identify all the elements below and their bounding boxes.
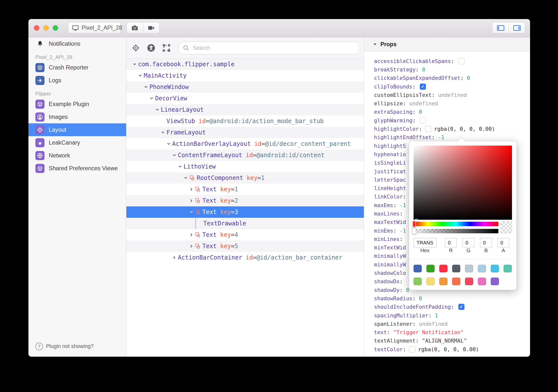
checkbox-checked[interactable]: ✓ <box>458 304 465 310</box>
prop-colon: : <box>416 66 422 73</box>
chevron-down-icon[interactable] <box>133 62 138 66</box>
sidebar-item-shared-preferences-viewe[interactable]: Shared Preferences Viewe <box>28 162 126 175</box>
blue-input[interactable] <box>480 238 492 247</box>
target-mode-button[interactable] <box>131 44 141 52</box>
node-attr-value: @android:id/content <box>256 152 325 159</box>
sidebar-item-example-plugin[interactable]: Example Plugin <box>28 98 126 110</box>
green-input[interactable] <box>463 238 474 247</box>
tree-row-lithoview[interactable]: LithoView <box>126 161 364 172</box>
sidebar-item-network[interactable]: Network <box>28 149 126 162</box>
sidebar-item-logs[interactable]: Logs <box>28 74 126 87</box>
sidebar-item-images[interactable]: Images <box>28 110 126 123</box>
tree-row-viewstub-@android:id/action_mode_bar_stub[interactable]: ViewStub id=@android:id/action_mode_bar_… <box>126 115 364 127</box>
chevron-down-icon[interactable] <box>167 142 172 146</box>
zoom-window-button[interactable] <box>53 25 58 31</box>
chevron-down-icon[interactable] <box>161 131 166 134</box>
preset-color-swatch[interactable] <box>426 278 435 285</box>
tree-row-text-3[interactable]: Text key=3 <box>126 206 364 218</box>
preset-color-swatch[interactable] <box>426 265 435 272</box>
chevron-right-icon[interactable] <box>172 256 178 260</box>
tree-row-text-2[interactable]: Text key=2 <box>126 195 364 206</box>
props-header[interactable]: Props <box>364 37 530 51</box>
prop-name: shouldIncludeFontPadding <box>374 304 451 310</box>
alpha-slider-handle[interactable] <box>412 228 416 234</box>
node-attr-value: 2 <box>234 197 238 204</box>
target-icon <box>35 125 45 134</box>
element-tree: com.facebook.flipper.sampleMainActivityP… <box>126 59 364 357</box>
tree-row-text-5[interactable]: Text key=5 <box>126 240 364 252</box>
tree-row-contentframelayout-@android:id/content[interactable]: ContentFrameLayout id=@android:id/conten… <box>126 150 364 161</box>
preset-color-swatch[interactable] <box>491 278 499 285</box>
tree-row-text-4[interactable]: Text key=4 <box>126 229 364 240</box>
device-selector-button[interactable]: Pixel_2_API_28 <box>68 22 121 33</box>
red-input[interactable] <box>445 238 457 247</box>
preset-color-swatch[interactable] <box>504 265 512 272</box>
tree-row-phonewindow[interactable]: PhoneWindow <box>126 81 364 93</box>
toggle-right-sidebar-button[interactable] <box>509 22 525 33</box>
minimize-window-button[interactable] <box>43 25 49 31</box>
preset-color-swatch[interactable] <box>414 265 422 272</box>
chevron-down-icon[interactable] <box>189 210 195 214</box>
preset-color-swatch[interactable] <box>491 265 499 272</box>
chevron-right-icon[interactable] <box>189 199 195 203</box>
preset-color-swatch[interactable] <box>478 265 486 272</box>
accessibility-mode-button[interactable] <box>146 44 156 52</box>
checkbox-checked[interactable]: ✓ <box>420 84 426 90</box>
tree-row-mainactivity[interactable]: MainActivity <box>126 70 364 81</box>
tree-row-actionbarcontainer-@id/action_bar_container[interactable]: ActionBarContainer id=@id/action_bar_con… <box>126 252 364 263</box>
prop-name: linkColor <box>374 194 403 200</box>
chevron-right-icon[interactable] <box>189 187 195 191</box>
sidebar-item-layout[interactable]: Layout <box>28 123 126 136</box>
chevron-right-icon[interactable] <box>189 244 195 248</box>
preset-color-swatch[interactable] <box>465 265 473 272</box>
sidebar-item-crash-reporter[interactable]: Crash Reporter <box>28 61 126 74</box>
alpha-slider[interactable] <box>414 229 498 233</box>
tree-row-textdrawable[interactable]: TextDrawable <box>126 218 364 229</box>
hue-slider-handle[interactable] <box>412 221 416 227</box>
plugin-help-link[interactable]: ? Plugin not showing? <box>35 343 93 350</box>
sidebar-item-notifications[interactable]: Notifications <box>28 37 126 50</box>
chevron-down-icon[interactable] <box>178 165 184 169</box>
checkbox-unchecked[interactable] <box>458 58 465 64</box>
select-element-button[interactable] <box>162 44 171 52</box>
toggle-left-sidebar-button[interactable] <box>492 22 509 33</box>
tree-row-actionbaroverlaylayout-@id/decor_content_parent[interactable]: ActionBarOverlayLayout id=@id/decor_cont… <box>126 138 364 150</box>
preset-color-swatch[interactable] <box>452 265 460 272</box>
chevron-down-icon[interactable] <box>172 153 178 157</box>
tree-row-rootcomponent-1[interactable]: RootComponent key=1 <box>126 172 364 184</box>
search-input[interactable] <box>192 44 356 51</box>
checkbox-unchecked[interactable] <box>420 117 426 124</box>
close-window-button[interactable] <box>34 25 39 31</box>
chevron-right-icon[interactable] <box>189 233 195 237</box>
tree-row-com.facebook.flipper.sample[interactable]: com.facebook.flipper.sample <box>126 59 364 70</box>
saturation-gradient[interactable] <box>414 146 512 220</box>
disclosure-triangle-icon <box>373 43 377 46</box>
chevron-down-icon[interactable] <box>184 176 189 180</box>
prop-name: maxTextWid <box>374 219 406 225</box>
chevron-down-icon[interactable] <box>155 108 161 112</box>
chevron-down-icon[interactable] <box>150 96 155 100</box>
preset-color-swatch[interactable] <box>452 278 460 285</box>
search-box[interactable] <box>178 42 360 54</box>
alpha-input[interactable] <box>497 238 509 247</box>
chevron-down-icon[interactable] <box>144 85 149 89</box>
preset-color-swatch[interactable] <box>439 278 447 285</box>
color-swatch-checkbox[interactable] <box>425 126 431 132</box>
node-name: TextDrawable <box>203 220 246 227</box>
screen-record-button[interactable] <box>143 22 160 33</box>
preset-color-swatch[interactable] <box>439 265 447 272</box>
preset-color-swatch[interactable] <box>465 278 473 285</box>
screenshot-button[interactable] <box>127 22 143 33</box>
tree-row-framelayout[interactable]: FrameLayout <box>126 127 364 138</box>
tree-row-linearlayout[interactable]: LinearLayout <box>126 104 364 115</box>
preset-color-swatch[interactable] <box>478 278 486 285</box>
hex-input[interactable] <box>414 238 437 247</box>
tree-row-text-1[interactable]: Text key=1 <box>126 184 364 195</box>
tree-row-decorview[interactable]: DecorView <box>126 93 364 104</box>
preset-color-swatch[interactable] <box>414 278 422 285</box>
color-swatch-checkbox[interactable] <box>409 346 415 352</box>
chevron-down-icon[interactable] <box>138 74 144 78</box>
prop-value: -1 <box>400 202 406 208</box>
sidebar-item-leakcanary[interactable]: LeakCanary <box>28 136 126 149</box>
hue-slider[interactable] <box>414 222 498 226</box>
